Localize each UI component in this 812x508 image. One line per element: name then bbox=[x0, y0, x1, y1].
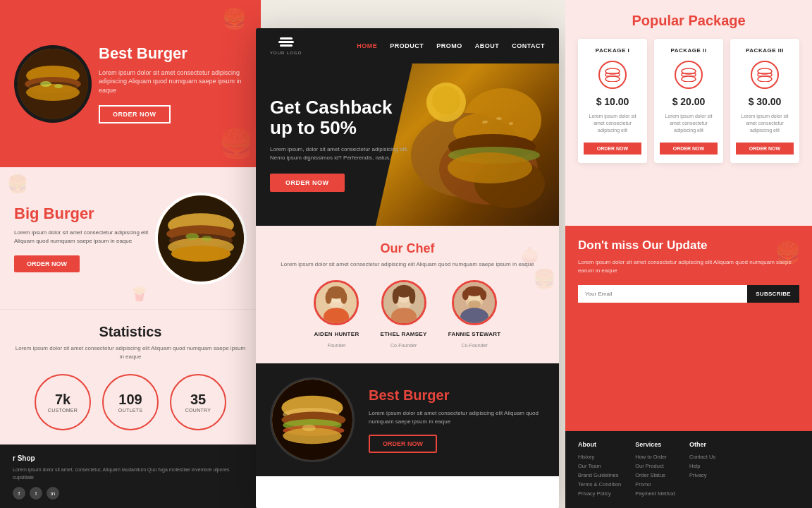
bottom-burger-order-button[interactable]: ORDER NOW bbox=[369, 435, 437, 453]
chef-1-photo bbox=[316, 282, 357, 323]
nav-logo: YOUR LOGO bbox=[270, 37, 302, 55]
footer-about-team[interactable]: Our Team bbox=[578, 463, 621, 469]
svg-point-6 bbox=[54, 84, 63, 88]
footer-services-promo[interactable]: Promo bbox=[635, 481, 675, 488]
footer-services-payment[interactable]: Payment Method bbox=[635, 490, 675, 497]
package-2-order-button[interactable]: ORDER NOW bbox=[660, 143, 718, 155]
footer-shop-desc: Lorem ipsum dolor sit amet, consectetur,… bbox=[13, 466, 248, 481]
best-burger-title: Best Burger bbox=[99, 44, 247, 63]
footer-about-history[interactable]: History bbox=[578, 454, 621, 460]
stat-outlets-label: OUTLETS bbox=[118, 408, 142, 413]
footer-other-col: Other Contact Us Help Privacy bbox=[689, 441, 715, 500]
footer-about-brand[interactable]: Brand Guidelines bbox=[578, 472, 621, 478]
svg-point-66 bbox=[758, 76, 772, 82]
stat-customer-label: CUSTOMER bbox=[48, 408, 78, 413]
package-3-order-button[interactable]: ORDER NOW bbox=[736, 143, 794, 155]
nav-about[interactable]: ABOUT bbox=[475, 42, 500, 49]
footer-services-product[interactable]: Our Product bbox=[635, 463, 675, 469]
package-3-price: $ 30.00 bbox=[736, 96, 794, 107]
svg-point-39 bbox=[392, 289, 398, 304]
stat-customer: 7k CUSTOMER bbox=[35, 374, 91, 430]
package-2-price: $ 20.00 bbox=[660, 96, 718, 107]
footer-services-order[interactable]: How to Order bbox=[635, 454, 675, 460]
statistics-title: Statistics bbox=[14, 324, 247, 340]
left-panel: Best Burger Lorem ipsum dolor sit amet c… bbox=[0, 0, 261, 508]
popular-package-title: Popular Package bbox=[578, 13, 799, 29]
stat-country-value: 35 bbox=[190, 392, 206, 406]
chef-2-photo bbox=[383, 282, 424, 323]
nav-links: HOME PRODUCT PROMO ABOUT CONTACT bbox=[357, 42, 545, 49]
chef-2-name: ETHEL RAMSEY bbox=[381, 331, 427, 337]
stat-outlets-value: 109 bbox=[118, 392, 142, 406]
chef-2-role: Co-Founder bbox=[390, 343, 417, 348]
nav-promo[interactable]: PROMO bbox=[436, 42, 462, 49]
facebook-icon[interactable]: f bbox=[13, 487, 25, 500]
bottom-burger-desc: Lorem ipsum dolor sit amet consectetur a… bbox=[369, 409, 545, 426]
chef-description: Lorem ipsum dolor sit amet consectetur a… bbox=[270, 260, 545, 269]
svg-point-40 bbox=[409, 289, 415, 304]
chef-1-avatar bbox=[314, 280, 359, 325]
statistics-desc: Lorem ipsum dolor sit amet consectetur a… bbox=[14, 344, 247, 361]
best-burger-desc: Lorem ipsum dolor sit amet consectetur a… bbox=[99, 68, 247, 95]
svg-point-33 bbox=[341, 291, 347, 304]
svg-point-22 bbox=[509, 122, 513, 125]
footer-other-contact[interactable]: Contact Us bbox=[689, 454, 715, 460]
chef-3-avatar bbox=[452, 280, 497, 325]
chef-3-photo bbox=[454, 282, 495, 323]
package-2-icon bbox=[675, 61, 703, 89]
nav-product[interactable]: PRODUCT bbox=[390, 42, 424, 49]
social-icons-row: f t in bbox=[13, 487, 248, 500]
big-burger-order-button[interactable]: ORDER NOW bbox=[14, 255, 80, 272]
package-1-order-button[interactable]: ORDER NOW bbox=[584, 143, 641, 155]
nav-home[interactable]: HOME bbox=[357, 42, 377, 49]
twitter-icon[interactable]: t bbox=[30, 487, 42, 500]
svg-point-5 bbox=[40, 81, 51, 87]
svg-point-14 bbox=[171, 246, 230, 262]
footer-right: About History Our Team Brand Guidelines … bbox=[565, 431, 812, 508]
footer-about-terms[interactable]: Terms & Condition bbox=[578, 481, 621, 488]
package-2: PACKAGE II $ 20.00 Lorem ipsum dolor sit… bbox=[654, 39, 723, 163]
footer-left: r Shop Lorem ipsum dolor sit amet, conse… bbox=[0, 445, 261, 508]
best-burger-order-button[interactable]: ORDER NOW bbox=[99, 105, 171, 123]
hero-description: Lorem ipsum, dolor sit amet consectetur … bbox=[270, 145, 411, 162]
nav-contact[interactable]: CONTACT bbox=[512, 42, 545, 49]
logo-text: YOUR LOGO bbox=[270, 51, 302, 55]
package-1-icon bbox=[598, 61, 627, 89]
footer-other-help[interactable]: Help bbox=[689, 463, 715, 469]
svg-point-63 bbox=[682, 76, 696, 82]
footer-services-status[interactable]: Order Status bbox=[635, 472, 675, 478]
hero-section: Get Cashback up to 50% Lorem ipsum, dolo… bbox=[256, 64, 559, 226]
chef-3: FANNIE STEWART Co-Founder bbox=[448, 280, 501, 348]
email-input[interactable] bbox=[578, 285, 747, 303]
stat-country: 35 COUNTRY bbox=[170, 374, 226, 430]
package-1-price: $ 10.00 bbox=[584, 96, 641, 107]
burger-image-circle bbox=[14, 45, 92, 123]
chef-1-role: Founder bbox=[327, 343, 345, 348]
chef-section: 🧅 🍔 Our Chef Lorem ipsum dolor sit amet … bbox=[256, 226, 559, 363]
package-1-desc: Lorem ipsum dolor sit amet consectetur a… bbox=[584, 113, 641, 133]
hero-title: Get Cashback up to 50% bbox=[270, 97, 411, 138]
svg-point-47 bbox=[480, 290, 486, 301]
bottom-burger-title: Best Burger bbox=[369, 387, 545, 404]
footer-about-privacy[interactable]: Privacy Policy bbox=[578, 490, 621, 497]
footer-about-title: About bbox=[578, 441, 621, 448]
stat-outlets: 109 OUTLETS bbox=[102, 374, 159, 430]
logo-icon bbox=[278, 37, 294, 50]
subscribe-button[interactable]: SUBSCRIBE bbox=[747, 285, 799, 303]
footer-services-col: Services How to Order Our Product Order … bbox=[635, 441, 675, 500]
stat-customer-value: 7k bbox=[55, 392, 70, 406]
package-3: PACKAGE III $ 30.00 Lorem ipsum dolor si… bbox=[730, 39, 799, 163]
chefs-row: AIDEN HUNTER Founder bbox=[270, 280, 545, 348]
footer-other-privacy[interactable]: Privacy bbox=[689, 472, 715, 478]
footer-shop-title: r Shop bbox=[13, 454, 248, 462]
hero-content: Get Cashback up to 50% Lorem ipsum, dolo… bbox=[270, 97, 411, 191]
big-burger-section: 🍔 🍟 Big Burger Lorem ipsum dolor sit ame… bbox=[0, 167, 261, 309]
svg-point-48 bbox=[468, 300, 481, 309]
chef-3-name: FANNIE STEWART bbox=[448, 331, 501, 337]
newsletter-section: 🍔 Don't miss Our Update Lorem ipsum dolo… bbox=[565, 226, 812, 431]
instagram-icon[interactable]: in bbox=[47, 487, 59, 500]
chef-title: Our Chef bbox=[270, 241, 545, 256]
hero-cta-button[interactable]: ORDER NOW bbox=[270, 174, 345, 192]
footer-links: About History Our Team Brand Guidelines … bbox=[578, 441, 799, 500]
package-2-name: PACKAGE II bbox=[660, 47, 718, 54]
